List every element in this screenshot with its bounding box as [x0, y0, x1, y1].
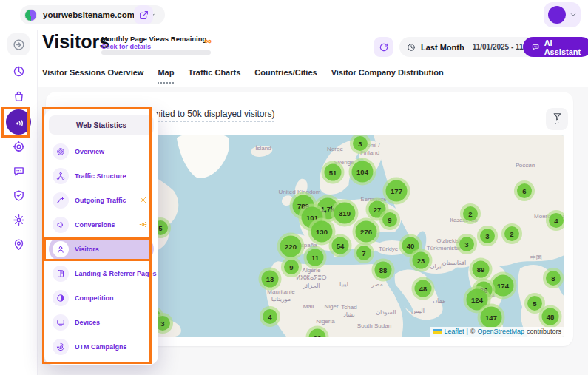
visitor-cluster-marker[interactable]: 48 [539, 305, 562, 328]
visitor-cluster-marker[interactable]: 54 [329, 234, 352, 257]
external-link-icon [139, 10, 149, 20]
cluster-count: 9 [284, 260, 299, 274]
chevron-down-icon [554, 121, 560, 126]
cluster-count: 13 [262, 271, 279, 288]
cluster-count: 3 [353, 136, 368, 151]
orders-icon [13, 90, 25, 103]
cluster-count: 319 [334, 203, 356, 224]
visitor-cluster-marker[interactable]: 9 [379, 209, 400, 230]
open-site-button[interactable] [134, 5, 153, 24]
ai-assistant-button[interactable]: AI Assistant [523, 37, 588, 57]
tab-map[interactable]: Map [158, 68, 174, 84]
visitor-cluster-marker[interactable]: 319 [331, 200, 359, 227]
visitor-cluster-marker[interactable]: 11 [304, 246, 327, 269]
tab-visitor-company-distribution[interactable]: Visitor Company Distribution [331, 68, 444, 84]
cluster-count: 147 [481, 307, 502, 328]
osm-link[interactable]: OpenStreetMap [477, 328, 524, 335]
visitor-cluster-marker[interactable]: 3 [477, 226, 498, 246]
page-views-remaining-value: ∞ [204, 35, 212, 47]
visitor-cluster-marker[interactable]: 2 [460, 203, 481, 224]
cluster-count: 6 [517, 183, 532, 198]
sidebar-item-location[interactable] [7, 233, 30, 255]
cluster-count: 220 [280, 236, 302, 257]
visitor-cluster-marker[interactable]: 4 [546, 210, 564, 231]
sidebar-item-chat[interactable] [7, 160, 30, 182]
audience-icon [13, 141, 25, 153]
avatar [548, 6, 566, 24]
tab-visitor-sessions-overview[interactable]: Visitor Sessions Overview [42, 68, 143, 84]
expand-sidebar-icon [13, 38, 25, 51]
menu-item-overview[interactable]: Overview [49, 139, 154, 163]
menu-item-outgoing-traffic[interactable]: Outgoing Traffic [49, 188, 154, 212]
menu-item-utm-campaigns[interactable]: UTM Campaigns [49, 334, 154, 359]
sidebar-item-expand-sidebar[interactable] [7, 33, 30, 55]
menu-item-conversions[interactable]: Conversions [49, 212, 154, 237]
menu-item-visitors[interactable]: Visitors [49, 237, 154, 261]
cluster-count: 89 [473, 261, 490, 278]
landing-icon [53, 266, 69, 282]
conversions-icon [53, 217, 69, 233]
menu-item-label: Conversions [75, 221, 115, 229]
addon-gear-icon [139, 196, 147, 204]
ukraine-flag-icon [433, 329, 442, 334]
visitor-cluster-marker[interactable]: 220 [277, 233, 305, 260]
overview-icon [53, 143, 69, 160]
visitor-cluster-marker[interactable]: 13 [259, 268, 282, 291]
visitor-cluster-marker[interactable]: 276 [353, 218, 380, 246]
addon-gear-icon [139, 220, 147, 229]
menu-item-label: Outgoing Traffic [75, 197, 126, 204]
tab-countries-cities[interactable]: Countries/Cities [254, 68, 317, 84]
menu-item-label: Visitors [75, 246, 99, 253]
analytics-icon [13, 65, 25, 78]
menu-item-traffic-structure[interactable]: Traffic Structure [49, 163, 154, 188]
sidebar-item-analytics[interactable] [7, 60, 30, 82]
settings-icon [13, 214, 25, 226]
visitor-cluster-marker[interactable]: 4 [260, 306, 280, 327]
menu-item-label: Devices [75, 319, 100, 326]
cluster-count: 8 [546, 271, 561, 286]
cluster-count: 3 [480, 229, 495, 243]
cluster-count: 130 [311, 221, 333, 243]
visitor-cluster-marker[interactable]: 89 [470, 258, 493, 281]
visitor-cluster-marker[interactable]: 51 [322, 161, 345, 184]
visitor-cluster-marker[interactable]: 7 [354, 243, 374, 263]
cluster-count: 48 [415, 280, 432, 297]
account-menu[interactable] [544, 2, 581, 27]
date-preset-label: Last Month [421, 43, 464, 52]
location-icon [13, 238, 25, 251]
utm-icon [53, 339, 69, 355]
filter-button[interactable] [546, 108, 568, 130]
cluster-count: 3 [459, 237, 474, 251]
page-views-title: Monthly Page Views Remaining [101, 35, 206, 43]
visitor-cluster-marker[interactable]: 23 [410, 249, 433, 272]
clock-icon [407, 43, 416, 52]
refresh-button[interactable] [374, 37, 393, 57]
site-name: yourwebsitename.com [43, 10, 135, 19]
visitor-cluster-marker[interactable]: 2 [501, 223, 522, 244]
visitor-cluster-marker[interactable]: 3 [456, 234, 477, 254]
tab-traffic-charts[interactable]: Traffic Charts [188, 68, 240, 84]
visitor-cluster-marker[interactable]: 104 [349, 158, 376, 186]
sidebar-item-web-statistics[interactable] [6, 109, 31, 135]
cluster-count: 174 [493, 275, 514, 297]
page-views-details-link[interactable]: Click for details [101, 43, 151, 50]
cluster-count: 54 [332, 237, 349, 254]
sidebar-item-audience[interactable] [7, 135, 30, 158]
menu-title: Web Statistics [49, 115, 154, 135]
visitor-cluster-marker[interactable]: 48 [412, 277, 435, 300]
leaflet-link[interactable]: Leaflet [444, 328, 464, 335]
menu-item-landing-referrer-pages[interactable]: Landing & Referrer Pages [49, 261, 154, 286]
menu-item-devices[interactable]: Devices [49, 310, 154, 334]
visitor-cluster-marker[interactable]: 88 [372, 259, 395, 282]
menu-item-competition[interactable]: Competition [49, 286, 154, 310]
visitor-cluster-marker[interactable]: 6 [514, 180, 535, 201]
visitor-cluster-marker[interactable]: 9 [281, 257, 302, 277]
cluster-count: 51 [325, 164, 342, 181]
visitor-cluster-marker[interactable]: 8 [543, 268, 564, 288]
sidebar-item-settings[interactable] [7, 209, 30, 231]
chat-bubble-icon [532, 42, 540, 52]
chevron-down-icon [570, 11, 577, 18]
sidebar-item-orders[interactable] [7, 85, 30, 107]
visitor-cluster-marker[interactable]: 177 [383, 178, 410, 205]
sidebar-item-security[interactable] [7, 184, 30, 206]
